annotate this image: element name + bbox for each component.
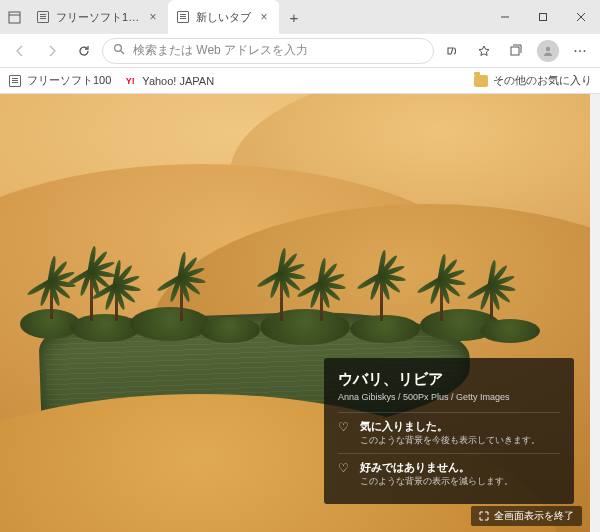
read-aloud-button[interactable] (438, 37, 466, 65)
menu-button[interactable]: ··· (566, 37, 594, 65)
favorite-label: Yahoo! JAPAN (142, 75, 214, 87)
search-icon (113, 43, 125, 58)
tab-actions-button[interactable] (0, 0, 28, 34)
favorite-yahoo-japan[interactable]: Y! Yahoo! JAPAN (123, 74, 214, 88)
profile-button[interactable] (534, 37, 562, 65)
svg-rect-0 (9, 12, 20, 23)
tab-label: フリーソフト100 (56, 10, 140, 25)
close-icon[interactable]: × (257, 10, 271, 24)
like-heading: 気に入りました。 (360, 419, 540, 434)
heart-outline-icon: ♡ (338, 461, 352, 488)
svg-point-6 (115, 45, 122, 52)
dislike-sub: このような背景の表示を減らします。 (360, 475, 513, 488)
toolbar: 検索または Web アドレスを入力 ··· (0, 34, 600, 68)
favorite-label: フリーソフト100 (27, 73, 111, 88)
titlebar: フリーソフト100 × 新しいタブ × + (0, 0, 600, 34)
svg-line-7 (121, 51, 124, 54)
heart-outline-icon: ♡ (338, 420, 352, 447)
collections-button[interactable] (502, 37, 530, 65)
background-title: ウバリ、リビア (338, 370, 560, 389)
new-tab-content: ウバリ、リビア Anna Gibiskys / 500Px Plus / Get… (0, 94, 600, 532)
tab-newtab[interactable]: 新しいタブ × (168, 0, 279, 34)
page-icon (36, 10, 50, 24)
new-tab-button[interactable]: + (279, 0, 309, 34)
other-favorites-label: その他のお気に入り (493, 73, 592, 88)
like-button[interactable]: ♡ 気に入りました。 このような背景を今後も表示していきます。 (338, 412, 560, 453)
svg-point-9 (546, 46, 550, 50)
tab-freesoft100[interactable]: フリーソフト100 × (28, 0, 168, 34)
dislike-button[interactable]: ♡ 好みではありません。 このような背景の表示を減らします。 (338, 453, 560, 494)
back-button[interactable] (6, 37, 34, 65)
yahoo-icon: Y! (123, 74, 137, 88)
refresh-button[interactable] (70, 37, 98, 65)
svg-rect-3 (540, 14, 547, 21)
page-icon (176, 10, 190, 24)
favorites-button[interactable] (470, 37, 498, 65)
address-placeholder: 検索または Web アドレスを入力 (133, 42, 308, 59)
exit-fullscreen-button[interactable]: 全画面表示を終了 (471, 506, 582, 526)
avatar-icon (537, 40, 559, 62)
like-sub: このような背景を今後も表示していきます。 (360, 434, 540, 447)
svg-rect-8 (511, 47, 519, 55)
close-icon[interactable]: × (146, 10, 160, 24)
background-credit: Anna Gibiskys / 500Px Plus / Getty Image… (338, 392, 560, 402)
favorite-freesoft100[interactable]: フリーソフト100 (8, 73, 111, 88)
tab-label: 新しいタブ (196, 10, 251, 25)
collapse-icon (479, 511, 489, 521)
close-window-button[interactable] (562, 0, 600, 34)
minimize-button[interactable] (486, 0, 524, 34)
exit-fullscreen-label: 全画面表示を終了 (494, 509, 574, 523)
page-icon (8, 74, 22, 88)
favorites-bar: フリーソフト100 Y! Yahoo! JAPAN その他のお気に入り (0, 68, 600, 94)
forward-button[interactable] (38, 37, 66, 65)
other-favorites-folder[interactable]: その他のお気に入り (474, 73, 592, 88)
dislike-heading: 好みではありません。 (360, 460, 513, 475)
scrollbar[interactable] (590, 94, 600, 532)
background-info-card: ウバリ、リビア Anna Gibiskys / 500Px Plus / Get… (324, 358, 574, 504)
folder-icon (474, 75, 488, 87)
maximize-button[interactable] (524, 0, 562, 34)
address-bar[interactable]: 検索または Web アドレスを入力 (102, 38, 434, 64)
